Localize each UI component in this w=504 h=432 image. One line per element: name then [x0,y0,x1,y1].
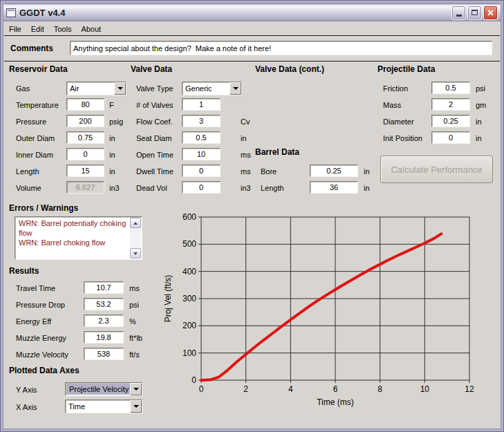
x-tick-label: 6 [333,384,338,394]
separator [4,61,500,62]
travel-time-unit: ms [129,284,140,292]
reservoir-length-label: Length [16,167,39,176]
friction-unit: psi [476,84,485,93]
dropdown-button[interactable] [130,383,142,395]
bore-input[interactable] [310,165,358,177]
performance-chart-area: 0246810120100200300400500600Time (ms)Pro… [160,201,500,429]
warnings-scrollbar[interactable] [130,218,141,259]
mass-input[interactable] [431,98,470,111]
flow-coef-input[interactable] [182,115,221,127]
valve-section-title: Valve Data [131,64,172,74]
scroll-down-button[interactable] [130,248,141,259]
travel-time-output[interactable] [84,281,124,294]
outer-diam-input[interactable] [66,131,104,144]
seat-diam-label: Seat Diam [136,134,171,142]
muzzle-velocity-output[interactable] [84,348,124,360]
x-axis-select[interactable]: Time [65,400,142,413]
bore-unit: in [364,167,370,176]
menu-tools[interactable]: Tools [49,24,77,35]
diameter-input[interactable] [431,115,470,127]
friction-label: Friction [383,84,408,93]
arrow-down-icon [133,252,138,255]
x-tick-label: 4 [288,384,293,394]
gas-select[interactable]: Air [66,82,127,95]
dead-vol-unit: in3 [241,184,251,192]
dwell-time-input[interactable] [182,165,221,177]
menu-file[interactable]: File [4,24,26,35]
num-valves-input[interactable] [182,98,221,111]
pressure-input[interactable] [66,115,104,127]
dead-vol-label: Dead Vol [136,184,167,192]
valve-type-select[interactable]: Generic [182,82,242,95]
gas-value: Air [67,82,114,95]
x-tick-label: 12 [465,384,474,394]
x-tick-label: 0 [199,384,204,394]
volume-unit: in3 [109,184,120,192]
warning-line: WRN: Barrel potentially choking flow [17,218,129,238]
chevron-down-icon [118,87,123,90]
mass-label: Mass [383,101,401,109]
dwell-time-label: Dwell Time [136,167,174,176]
pressure-drop-unit: psi [129,301,139,309]
y-axis-value: Projectile Velocity [66,384,130,395]
energy-eff-label: Energy Eff [16,317,51,326]
menu-edit[interactable]: Edit [26,24,49,35]
muzzle-energy-output[interactable] [84,331,124,344]
maximize-button[interactable] [467,6,482,20]
temperature-label: Temperature [16,101,59,109]
reservoir-section-title: Reservoir Data [9,64,68,74]
y-axis-select[interactable]: Projectile Velocity [65,382,142,396]
x-tick-label: 2 [243,384,248,394]
plot-axes-section-title: Plotted Data Axes [9,366,80,375]
valve-type-value: Generic [183,82,230,95]
dropdown-button[interactable] [114,82,126,95]
chevron-down-icon [233,87,239,90]
reservoir-length-unit: in [109,167,115,176]
valve-cont-section-title: Valve Data (cont.) [255,64,324,74]
flow-coef-label: Flow Coef. [136,118,173,126]
volume-input [66,181,104,194]
reservoir-length-input[interactable] [66,165,104,177]
energy-eff-output[interactable] [84,314,124,327]
minimize-button[interactable] [451,6,466,20]
x-tick-label: 10 [420,384,430,394]
dropdown-button[interactable] [130,400,142,413]
y-tick-label: 0 [192,375,196,385]
x-tick-label: 8 [377,384,382,394]
flow-coef-unit: Cv [241,118,250,126]
performance-chart: 0246810120100200300400500600Time (ms)Pro… [160,201,500,429]
seat-diam-input[interactable] [182,131,221,144]
menu-about[interactable]: About [76,24,106,35]
temperature-input[interactable] [66,98,104,111]
seat-diam-unit: in [241,134,247,142]
open-time-input[interactable] [182,148,221,160]
calculate-performance-button[interactable]: Calculate Performance [380,156,493,183]
diameter-label: Diameter [383,118,414,126]
comments-input[interactable] [70,41,492,55]
dwell-time-unit: ms [241,167,251,176]
y-tick-label: 400 [183,267,196,276]
results-section-title: Results [9,266,39,276]
friction-input[interactable] [431,82,470,94]
pressure-drop-output[interactable] [84,298,124,310]
dropdown-button[interactable] [230,82,241,95]
errors-section-title: Errors / Warnings [9,203,78,213]
init-position-input[interactable] [431,131,470,144]
warning-line: WRN: Barrel choking flow [17,238,129,247]
y-tick-label: 200 [183,321,196,330]
y-tick-label: 100 [183,348,196,358]
inner-diam-input[interactable] [66,148,104,160]
bore-label: Bore [261,167,277,176]
dead-vol-input[interactable] [182,181,221,194]
init-position-unit: in [476,134,482,142]
barrel-length-input[interactable] [310,181,358,194]
scroll-up-button[interactable] [130,218,141,228]
energy-eff-unit: % [129,317,136,326]
close-button[interactable] [483,6,498,20]
warnings-list[interactable]: WRN: Barrel potentially choking flow WRN… [15,216,142,260]
muzzle-velocity-label: Muzzle Velocity [16,350,68,359]
chevron-down-icon [133,388,139,391]
inner-diam-unit: in [109,151,115,159]
num-valves-label: # of Valves [136,101,174,109]
app-icon [6,8,16,17]
